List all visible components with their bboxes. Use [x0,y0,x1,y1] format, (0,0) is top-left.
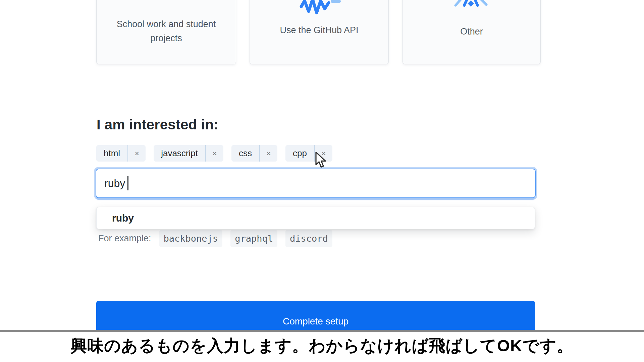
examples-prefix: For example: [98,233,151,244]
examples-row: For example: backbonejs graphql discord [98,230,332,247]
card-label: School work and student projects [103,17,229,45]
interest-input[interactable] [96,169,536,198]
remove-tag-button[interactable]: × [128,145,146,162]
complete-setup-label: Complete setup [283,316,348,327]
tag-javascript: javascript × [154,145,223,162]
remove-tag-button[interactable]: × [206,145,223,162]
example-chip-discord[interactable]: discord [285,230,332,247]
tag-label: css [231,145,259,162]
pulse-graph-icon [299,0,342,17]
example-chip-backbonejs[interactable]: backbonejs [159,230,223,247]
card-school-work[interactable]: School work and student projects [96,0,236,64]
tag-label: cpp [285,145,314,162]
interest-tags-row: html × javascript × css × cpp × [96,145,332,162]
japanese-subtitle: 興味のあるものを入力します。わからなければ飛ばしてOKです。 [0,335,644,357]
interests-heading: I am interested in: [97,117,218,133]
remove-tag-button[interactable]: × [260,145,277,162]
video-frame-divider [0,330,644,332]
tag-label: html [96,145,127,162]
rays-burst-icon [452,0,490,7]
text-caret [127,176,128,190]
tag-css: css × [231,145,277,162]
card-other[interactable]: Other [402,0,541,64]
tag-label: javascript [154,145,205,162]
example-chip-graphql[interactable]: graphql [230,230,277,247]
complete-setup-button[interactable]: Complete setup [96,301,535,330]
card-label: Use the GitHub API [257,23,382,37]
autocomplete-dropdown: ruby [96,207,535,229]
mouse-cursor-icon [315,152,327,168]
github-setup-page: School work and student projects Use the… [0,0,644,362]
tag-html: html × [96,145,146,162]
card-label: Other [410,24,534,39]
interest-input-wrap [96,169,536,198]
suggestion-ruby[interactable]: ruby [97,213,535,224]
